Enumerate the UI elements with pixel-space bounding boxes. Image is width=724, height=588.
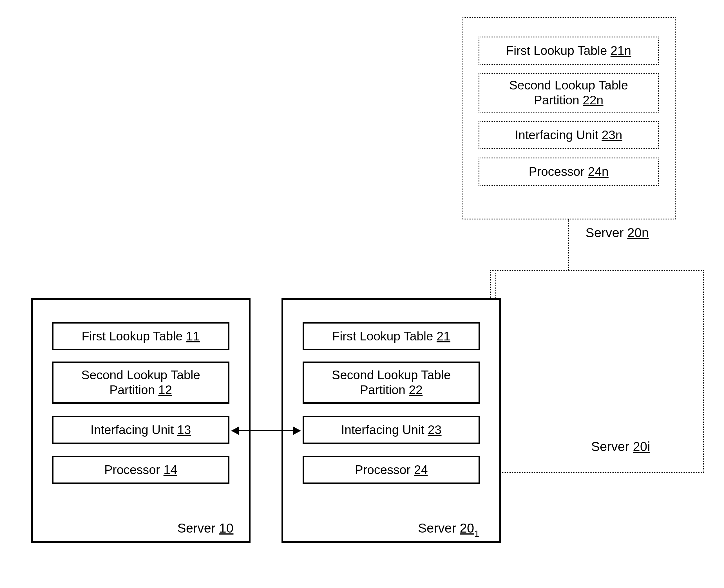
- server-201-second-lookup-line2-prefix: Partition: [360, 383, 409, 397]
- server-20n-label: Server 20n: [585, 225, 649, 240]
- server-201-label-prefix: Server: [418, 521, 460, 536]
- server-10-first-lookup: First Lookup Table 11: [52, 322, 229, 350]
- server-201-label-sub: 1: [474, 529, 479, 539]
- server-10-first-lookup-ref: 11: [186, 329, 200, 343]
- server-20n-processor-text: Processor: [529, 165, 588, 178]
- server-10-first-lookup-text: First Lookup Table: [82, 329, 186, 343]
- server-201-second-lookup: Second Lookup Table Partition 22: [303, 361, 480, 404]
- server-10-interfacing: Interfacing Unit 13: [52, 416, 229, 444]
- server-201-processor-text: Processor: [355, 463, 414, 477]
- diagram-canvas: First Lookup Table 21n Second Lookup Tab…: [0, 0, 724, 588]
- server-10-second-lookup: Second Lookup Table Partition 12: [52, 361, 229, 404]
- server-201-interfacing-ref: 23: [428, 423, 442, 437]
- server-20n-second-lookup: Second Lookup Table Partition 22n: [479, 73, 659, 112]
- server-20n-interfacing-text: Interfacing Unit: [515, 128, 602, 142]
- server-20i-label: Server 20i: [591, 439, 650, 454]
- server-10-processor-text: Processor: [104, 463, 163, 477]
- server-201-first-lookup-text: First Lookup Table: [332, 329, 437, 343]
- server-10-processor-ref: 14: [164, 463, 177, 477]
- server-10-second-lookup-ref: 12: [158, 383, 172, 397]
- server-20n-interfacing-ref: 23n: [602, 128, 622, 142]
- server-10-second-lookup-line2-prefix: Partition: [109, 383, 159, 397]
- server-20n-second-lookup-line1: Second Lookup Table: [509, 78, 628, 92]
- server-20n-processor-ref: 24n: [588, 165, 608, 178]
- server-201-second-lookup-ref: 22: [409, 383, 423, 397]
- server-20n-first-lookup: First Lookup Table 21n: [479, 37, 659, 65]
- server-20n-interfacing: Interfacing Unit 23n: [479, 121, 659, 149]
- server-20n-first-lookup-text: First Lookup Table: [506, 44, 610, 57]
- server-201-second-lookup-line1: Second Lookup Table: [332, 368, 451, 382]
- server-20n-processor: Processor 24n: [479, 158, 659, 186]
- server-20n-label-prefix: Server: [585, 225, 627, 240]
- server-10-label-prefix: Server: [177, 521, 219, 536]
- server-20n-label-ref: 20n: [627, 225, 649, 240]
- server-10-processor: Processor 14: [52, 456, 229, 484]
- server-201-first-lookup-ref: 21: [437, 329, 450, 343]
- arrow-interfacing-13-to-23: [232, 430, 300, 431]
- server-10-second-lookup-line1: Second Lookup Table: [81, 368, 200, 382]
- server-10-label: Server 10: [177, 521, 233, 536]
- server-201-processor-ref: 24: [414, 463, 428, 477]
- server-10-interfacing-text: Interfacing Unit: [90, 423, 177, 437]
- server-201-label-ref: 20: [460, 521, 474, 536]
- server-10-label-ref: 10: [219, 521, 233, 536]
- server-20i-label-prefix: Server: [591, 439, 633, 454]
- server-20i-label-ref: 20i: [633, 439, 650, 454]
- server-201-processor: Processor 24: [303, 456, 480, 484]
- connector-20n-to-20i: [568, 219, 569, 270]
- server-10-interfacing-ref: 13: [177, 423, 191, 437]
- server-201-label: Server 201: [418, 521, 479, 538]
- server-20n-second-lookup-ref: 22n: [583, 93, 603, 107]
- server-20n-first-lookup-ref: 21n: [610, 44, 631, 57]
- server-201-interfacing: Interfacing Unit 23: [303, 416, 480, 444]
- server-201-first-lookup: First Lookup Table 21: [303, 322, 480, 350]
- server-201-interfacing-text: Interfacing Unit: [341, 423, 428, 437]
- server-20n-second-lookup-line2-prefix: Partition: [534, 93, 583, 107]
